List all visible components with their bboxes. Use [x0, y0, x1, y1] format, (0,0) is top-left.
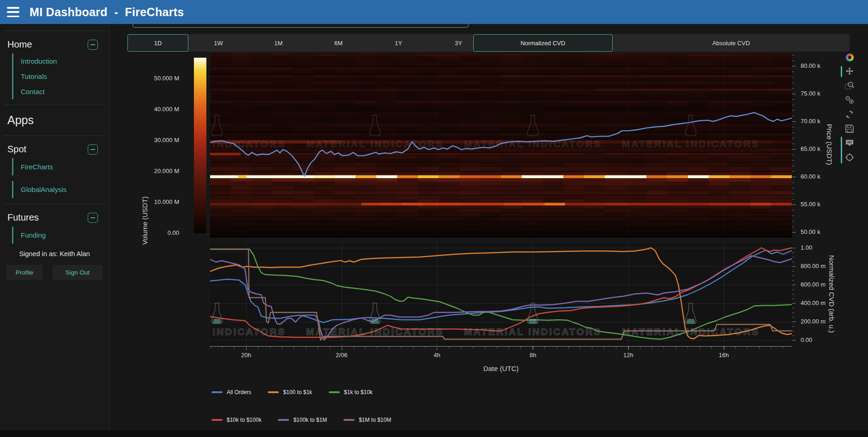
price-tick — [792, 138, 794, 138]
legend-item-1m-to-10m[interactable]: $1M to $10M — [344, 417, 391, 423]
section-items: IntroductionTutorialsContact — [12, 54, 109, 99]
sign-out-button[interactable]: Sign Out — [53, 265, 102, 280]
section-items: FireChartsGlobalAnalysis — [12, 158, 109, 198]
cvd-tick — [792, 340, 796, 341]
zoom-in-out-icon[interactable] — [844, 95, 855, 106]
x-minor-tick — [425, 347, 426, 348]
pan-icon[interactable] — [844, 66, 855, 77]
x-minor-tick — [449, 347, 449, 348]
collapse-spot-icon[interactable] — [88, 144, 98, 155]
price-tick — [792, 132, 794, 133]
sidebar-item-firecharts[interactable]: FireCharts — [12, 158, 109, 175]
plotly-logo-icon[interactable] — [844, 52, 855, 63]
price-tick — [792, 199, 794, 199]
x-minor-tick — [270, 347, 271, 348]
cvd-tick-label: 1.00 — [801, 244, 812, 251]
x-tick-label: 20h — [241, 352, 251, 359]
range-button-1m[interactable]: 1M — [248, 34, 308, 52]
heatmap-plot[interactable]: MATERIAL INDICATORSMATERIAL INDICATORSMA… — [210, 53, 792, 238]
cvd-tick — [792, 303, 796, 304]
colorbar-tick-label: 0.00 — [133, 229, 179, 236]
x-tick-label: 16h — [719, 352, 729, 359]
range-button-1w[interactable]: 1W — [188, 34, 248, 52]
x-minor-tick — [365, 347, 366, 348]
price-tick — [792, 110, 794, 111]
colorbar-tick-label: 10.000 M — [133, 198, 179, 205]
x-axis-title: Date (UTC) — [483, 365, 519, 372]
x-minor-tick — [401, 347, 402, 348]
price-tick-label: 75.00 k — [801, 90, 820, 97]
sidebar-item-globalanalysis[interactable]: GlobalAnalysis — [12, 181, 109, 198]
x-minor-tick — [532, 347, 533, 348]
range-button-1d[interactable]: 1D — [127, 34, 188, 52]
x-minor-tick — [377, 347, 378, 348]
normalized-cvd-button[interactable]: Normalized CVD — [473, 34, 613, 52]
price-tick-label: 50.00 k — [801, 228, 820, 235]
price-tick — [792, 155, 794, 155]
x-minor-tick — [330, 347, 330, 348]
cvd-tick — [792, 280, 794, 281]
legend-item-1k-to-10k[interactable]: $1k to $10k — [329, 389, 373, 395]
cvd-tick — [792, 257, 794, 257]
price-tick — [792, 144, 794, 144]
x-minor-tick — [771, 347, 772, 348]
x-minor-tick — [699, 347, 700, 348]
colorbar-tick-label: 20.000 M — [133, 168, 179, 174]
sidebar-sections: HomeIntroductionTutorialsContactAppsSpot… — [0, 24, 109, 244]
sidebar-item-introduction[interactable]: Introduction — [13, 54, 109, 69]
autoscale-icon[interactable] — [844, 109, 855, 120]
sidebar-item-funding[interactable]: Funding — [12, 227, 109, 244]
price-tick — [792, 127, 794, 127]
legend-label: $10k to $100k — [227, 417, 261, 423]
cvd-tick-label: 800.00 m — [801, 263, 826, 269]
price-tick — [792, 193, 794, 194]
cvd-axis-title: Normalized CVD (arb. u.) — [828, 255, 836, 333]
comment-icon[interactable] — [844, 138, 855, 149]
box-select-zoom-icon[interactable] — [844, 80, 855, 91]
legend-item-all-orders[interactable]: All Orders — [211, 389, 251, 395]
cvd-tick-label: 400.00 m — [801, 299, 826, 306]
cvd-tick — [792, 266, 796, 267]
section-heading: Apps — [7, 114, 34, 127]
save-icon[interactable] — [844, 123, 855, 134]
legend-item-100-to-1k[interactable]: $100 to $1k — [268, 389, 312, 395]
x-minor-tick — [580, 347, 580, 348]
collapse-futures-icon[interactable] — [88, 213, 98, 223]
price-tick — [792, 210, 794, 210]
x-minor-tick — [246, 347, 247, 348]
price-tick — [792, 160, 794, 161]
x-minor-tick — [663, 347, 664, 348]
x-minor-tick — [556, 347, 557, 348]
range-button-1y[interactable]: 1Y — [368, 34, 428, 52]
x-major-tick — [628, 347, 629, 350]
x-minor-tick — [508, 347, 509, 348]
price-tick — [792, 188, 794, 188]
collapse-home-icon[interactable] — [88, 40, 98, 50]
cvd-tick — [792, 271, 794, 271]
price-tick — [792, 121, 796, 122]
app-header: MI Dashboard - FireCharts — [0, 0, 868, 24]
legend-dash — [344, 419, 355, 421]
x-minor-tick — [628, 347, 628, 348]
sidebar-item-tutorials[interactable]: Tutorials — [13, 69, 109, 84]
colorbar-tick-label: 30.000 M — [133, 137, 179, 144]
legend-item-100k-to-1m[interactable]: $100k to $1M — [278, 417, 327, 423]
cvd-plot[interactable]: MATERIAL INDICATORSMATERIAL INDICATORSMA… — [210, 243, 792, 346]
menu-icon[interactable] — [7, 7, 19, 17]
cvd-tick — [792, 312, 794, 313]
cvd-tick — [792, 248, 796, 248]
cvd-tick — [792, 335, 794, 336]
price-tick — [792, 149, 796, 150]
cvd-tick — [792, 252, 794, 253]
x-minor-tick — [568, 347, 569, 348]
legend-item-10k-to-100k[interactable]: $10k to $100k — [211, 417, 261, 423]
cvd-tick — [792, 262, 794, 262]
crosshair-icon[interactable] — [844, 152, 855, 163]
sidebar-item-contact[interactable]: Contact — [13, 84, 109, 99]
absolute-cvd-button[interactable]: Absolute CVD — [613, 34, 850, 52]
range-button-6m[interactable]: 6M — [308, 34, 368, 52]
volume-axis-title: Volume (USDT) — [141, 196, 149, 245]
profile-button[interactable]: Profile — [6, 265, 42, 280]
cvd-tick — [792, 322, 796, 322]
x-minor-tick — [473, 347, 473, 348]
